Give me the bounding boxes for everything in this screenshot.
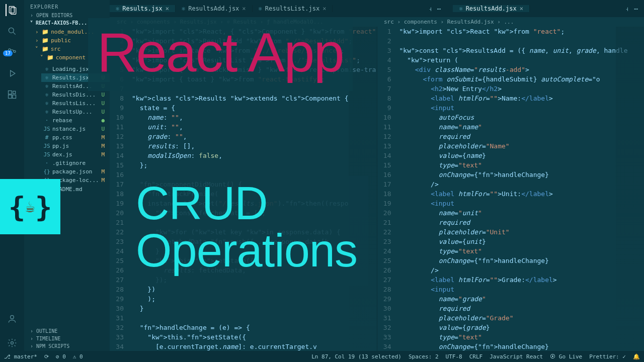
timeline-section[interactable]: › TIMELINE <box>24 335 110 342</box>
tab-bar: ⚛Results.jsx×⚛ResultsAdd.jsx×⚛ResultsLis… <box>110 0 644 17</box>
editor-tab[interactable]: ⚛ResultsAdd.jsx× <box>176 5 253 12</box>
breadcrumb-right[interactable]: src › components › ResultsAdd.jsx › ... <box>377 17 644 27</box>
overlay-crud: CRUD Operations <box>125 176 368 286</box>
cursor-position[interactable]: Ln 87, Col 19 (13 selected) <box>311 353 401 360</box>
eol[interactable]: CRLF <box>469 353 483 360</box>
file-item[interactable]: ⚛ResultsDis...U <box>41 90 110 99</box>
close-icon[interactable]: × <box>323 5 326 12</box>
notifications-bell-icon[interactable]: 🔔 <box>633 353 640 360</box>
errors-count[interactable]: ⊘ 0 <box>56 353 66 360</box>
prettier-status[interactable]: Prettier: ✓ <box>589 353 626 360</box>
file-item[interactable]: {}package.jsonM <box>41 167 110 176</box>
overlay-title: React App <box>88 18 353 91</box>
file-item[interactable]: JSdex.jsM <box>41 150 110 159</box>
editor-pane-right[interactable]: 1234567891011121314151617181920212223242… <box>377 27 645 362</box>
more-icon-2[interactable]: ⋯ <box>634 5 638 13</box>
search-icon[interactable] <box>6 25 18 37</box>
scm-badge: 17 <box>3 50 13 56</box>
sync-icon[interactable]: ⟳ <box>44 353 49 360</box>
svg-point-10 <box>11 315 14 319</box>
file-item[interactable]: JSnstance.jsU <box>41 125 110 133</box>
warnings-count[interactable]: ⚠ 0 <box>73 353 83 360</box>
settings-gear-icon[interactable] <box>6 337 18 349</box>
status-bar: ⎇ master* ⟳ ⊘ 0 ⚠ 0 Ln 87, Col 19 (13 se… <box>0 351 644 362</box>
sidebar-bottom-sections: › OUTLINE › TIMELINE › NPM SCRIPTS <box>24 327 110 350</box>
svg-rect-9 <box>13 91 16 94</box>
file-item[interactable]: ⚛ResultsUp...U <box>41 108 110 116</box>
go-live[interactable]: ⦿ Go Live <box>550 353 582 360</box>
file-item[interactable]: ·rebase● <box>41 116 110 125</box>
split-icon[interactable]: ⫞ <box>429 5 432 13</box>
editor-tab[interactable]: ⚛Results.jsx× <box>110 5 176 12</box>
sidebar-title: EXPLORER <box>24 0 110 12</box>
svg-point-2 <box>9 28 14 33</box>
svg-rect-7 <box>9 95 12 99</box>
tab-tools-right: ⫞ ⋯ <box>619 5 644 13</box>
editor-tab[interactable]: ⚛ResultsList.jsx× <box>253 5 333 12</box>
svg-rect-6 <box>9 91 12 95</box>
minimap-right[interactable] <box>616 27 644 362</box>
indent-mode[interactable]: Spaces: 2 <box>409 353 439 360</box>
explorer-icon[interactable] <box>6 4 18 16</box>
file-item[interactable]: ⚛ResultsLis...U <box>41 99 110 108</box>
close-icon[interactable]: × <box>166 5 169 12</box>
git-branch[interactable]: ⎇ master* <box>4 353 37 360</box>
editor-tab[interactable]: ⚛ResultsAdd.jsx× <box>453 5 530 12</box>
npm-scripts-section[interactable]: › NPM SCRIPTS <box>24 342 110 350</box>
encoding[interactable]: UTF-8 <box>446 353 462 360</box>
outline-section[interactable]: › OUTLINE <box>24 327 110 335</box>
close-icon[interactable]: × <box>520 5 523 12</box>
split-icon-2[interactable]: ⫞ <box>625 5 629 13</box>
tab-tools-left: ⫞ ⋯ <box>423 5 447 13</box>
language-mode[interactable]: JavaScript React <box>490 353 543 360</box>
svg-rect-8 <box>13 95 16 99</box>
more-icon[interactable]: ⋯ <box>437 5 441 13</box>
file-item[interactable]: ·.gitignore <box>41 159 110 167</box>
svg-point-11 <box>11 342 14 344</box>
channel-logo: {☕} <box>0 179 60 234</box>
debug-icon[interactable] <box>6 67 18 79</box>
close-icon[interactable]: × <box>242 5 246 12</box>
file-item[interactable]: JSpp.jsM <box>41 142 110 150</box>
file-item[interactable]: #pp.cssM <box>41 133 110 142</box>
extensions-icon[interactable] <box>6 88 18 101</box>
account-icon[interactable] <box>6 313 18 325</box>
